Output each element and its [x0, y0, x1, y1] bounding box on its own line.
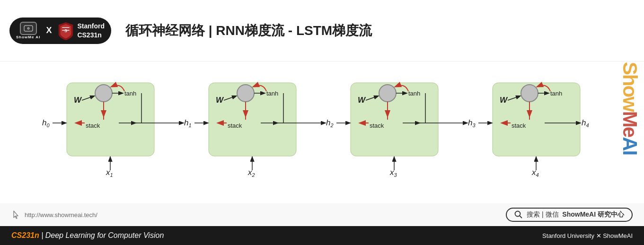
svg-text:x1: x1: [106, 168, 113, 178]
rnn-diagram-svg: W tanh stack h0 x1 W: [38, 69, 606, 196]
svg-point-59: [521, 85, 538, 102]
url-text: http://www.showmeai.tech/: [25, 211, 97, 219]
svg-point-7: [95, 85, 112, 102]
header: ShowMe AI X S Stanford CS231n 循环神经网络 | R…: [0, 0, 644, 61]
url-display: http://www.showmeai.tech/: [11, 210, 97, 219]
search-label: 搜索 | 微信 ShowMeAI 研究中心: [527, 210, 624, 219]
stanford-text: Stanford CS231n: [77, 22, 105, 39]
svg-text:W: W: [216, 96, 224, 105]
x-divider: X: [46, 26, 52, 35]
footer-left: CS231n | Deep Learning for Computer Visi…: [11, 231, 164, 240]
svg-text:tanh: tanh: [408, 90, 420, 97]
svg-text:stack: stack: [228, 122, 242, 129]
svg-text:tanh: tanh: [266, 90, 278, 97]
svg-text:x4: x4: [531, 168, 539, 178]
svg-point-2: [28, 28, 29, 29]
svg-text:S: S: [65, 28, 68, 33]
footer-right: Stanford University ✕ ShowMeAI: [542, 232, 633, 239]
svg-text:h1: h1: [184, 118, 192, 128]
footer-course-desc: | Deep Learning for Computer Vision: [41, 231, 164, 239]
search-box[interactable]: 搜索 | 微信 ShowMeAI 研究中心: [506, 208, 633, 222]
svg-text:x2: x2: [247, 168, 255, 178]
svg-text:h2: h2: [326, 118, 334, 128]
logo-label: ShowMe AI: [16, 35, 40, 39]
svg-text:W: W: [74, 96, 82, 105]
svg-text:stack: stack: [86, 122, 100, 129]
svg-line-78: [520, 216, 522, 218]
showmeai-logo: ShowMe AI: [16, 22, 40, 39]
svg-point-42: [379, 85, 396, 102]
page-title: 循环神经网络 | RNN梯度流 - LSTM梯度流: [125, 22, 635, 40]
svg-point-77: [515, 211, 520, 217]
svg-text:x3: x3: [389, 168, 397, 178]
stanford-badge: S Stanford CS231n: [57, 21, 105, 40]
svg-text:h3: h3: [468, 118, 476, 128]
footer-bar: CS231n | Deep Learning for Computer Visi…: [0, 226, 644, 245]
cursor-icon: [11, 210, 21, 219]
svg-text:stack: stack: [370, 122, 384, 129]
svg-text:h0: h0: [42, 118, 50, 128]
diagram-area: W tanh stack h0 x1 W: [0, 61, 644, 203]
svg-text:W: W: [358, 96, 366, 105]
svg-text:W: W: [500, 96, 508, 105]
logo-pill: ShowMe AI X S Stanford CS231n: [9, 18, 111, 44]
svg-text:stack: stack: [512, 122, 526, 129]
stanford-shield-icon: S: [57, 21, 74, 40]
footer-course: CS231n: [11, 231, 39, 239]
logo-icon: [20, 22, 37, 35]
svg-point-24: [237, 85, 254, 102]
info-bar: http://www.showmeai.tech/ 搜索 | 微信 ShowMe…: [0, 203, 644, 226]
svg-text:tanh: tanh: [550, 90, 562, 97]
svg-text:h4: h4: [582, 118, 589, 128]
search-icon: [514, 210, 523, 219]
svg-text:tanh: tanh: [124, 90, 136, 97]
